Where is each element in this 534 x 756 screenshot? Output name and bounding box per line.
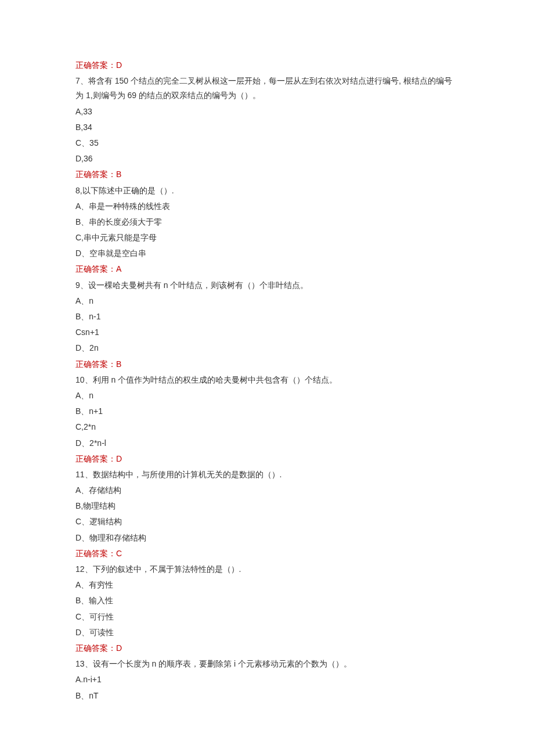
option-text: Csn+1 <box>75 325 459 340</box>
option-text: B、nT <box>75 689 459 703</box>
option-text: C、逻辑结构 <box>75 514 459 529</box>
option-text: C,串中元素只能是字母 <box>75 231 459 245</box>
question-text: 7、将含有 150 个结点的完全二叉树从根这一层开始，每一层从左到右依次对结点进… <box>75 74 459 103</box>
question-text: 8,以下陈述中正确的是（）. <box>75 183 459 198</box>
answer-line: 正确答案：B <box>75 167 459 182</box>
answer-line: 正确答案：D <box>75 58 459 73</box>
option-text: D、物理和存储结构 <box>75 531 459 545</box>
option-text: D、2n <box>75 341 459 355</box>
option-text: C、35 <box>75 136 459 150</box>
answer-line: 正确答案：D <box>75 641 459 656</box>
option-text: B、n-1 <box>75 309 459 324</box>
option-text: D、可读性 <box>75 625 459 640</box>
option-text: B、输入性 <box>75 593 459 608</box>
question-text: 10、利用 n 个值作为叶结点的权生成的哈夫曼树中共包含有（）个结点。 <box>75 373 459 387</box>
option-text: A.n-i+1 <box>75 672 459 687</box>
option-text: A、存储结构 <box>75 483 459 498</box>
answer-line: 正确答案：B <box>75 357 459 372</box>
option-text: A、有穷性 <box>75 578 459 592</box>
answer-line: 正确答案：A <box>75 262 459 276</box>
option-text: B,34 <box>75 120 459 135</box>
option-text: C、可行性 <box>75 610 459 624</box>
option-text: B、串的长度必须大于零 <box>75 215 459 229</box>
option-text: A、串是一种特殊的线性表 <box>75 199 459 214</box>
option-text: D,36 <box>75 152 459 166</box>
option-text: D、空串就是空白串 <box>75 246 459 261</box>
option-text: A、n <box>75 294 459 308</box>
option-text: B,物理结构 <box>75 499 459 513</box>
question-text: 12、下列的叙述中，不属于算法特性的是（）. <box>75 562 459 577</box>
question-text: 11、数据结构中，与所使用的计算机无关的是数据的（）. <box>75 467 459 482</box>
option-text: D、2*n-l <box>75 436 459 451</box>
answer-line: 正确答案：D <box>75 452 459 466</box>
question-text: 13、设有一个长度为 n 的顺序表，要删除第 i 个元素移动元素的个数为（）。 <box>75 657 459 671</box>
question-text: 9、设一棵哈夫曼树共有 n 个叶结点，则该树有（）个非叶结点。 <box>75 278 459 293</box>
answer-line: 正确答案：C <box>75 546 459 561</box>
option-text: A,33 <box>75 105 459 119</box>
option-text: B、n+1 <box>75 404 459 419</box>
document-content: 正确答案：D7、将含有 150 个结点的完全二叉树从根这一层开始，每一层从左到右… <box>75 58 459 703</box>
option-text: A、n <box>75 388 459 403</box>
option-text: C,2*n <box>75 420 459 434</box>
